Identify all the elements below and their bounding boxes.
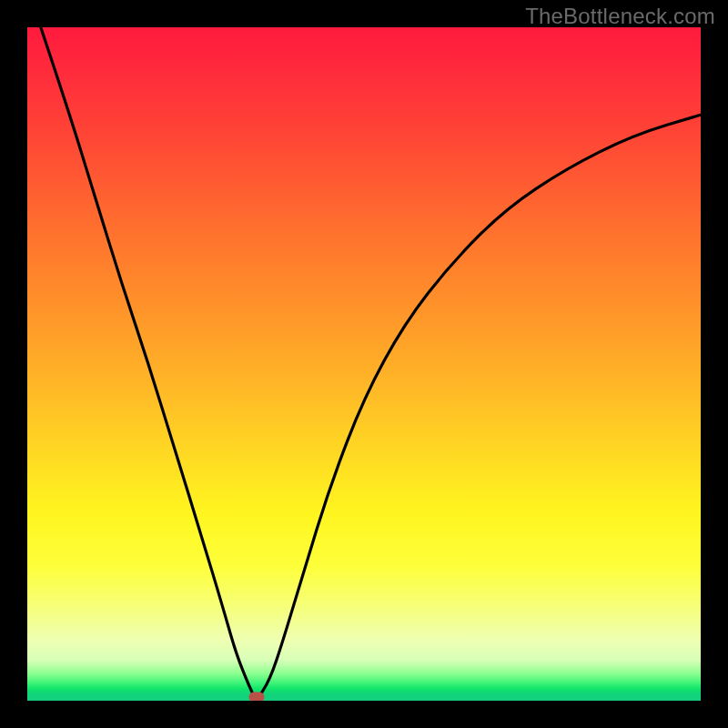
optimum-marker <box>248 693 264 701</box>
watermark-text: TheBottleneck.com <box>525 4 715 29</box>
curve-path <box>41 27 701 701</box>
bottleneck-curve <box>27 27 701 701</box>
plot-area <box>27 27 701 701</box>
chart-frame: TheBottleneck.com <box>0 0 728 728</box>
